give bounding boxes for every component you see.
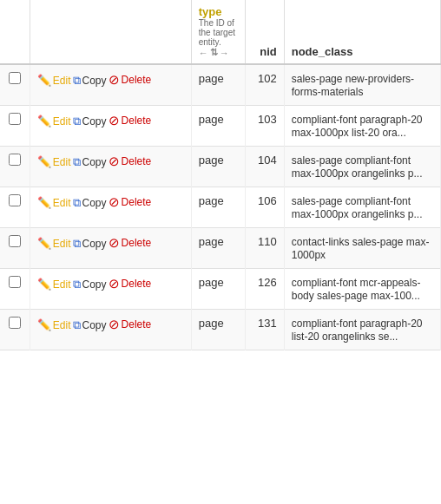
row-checkbox[interactable] [9, 194, 21, 206]
edit-button[interactable]: ✏️ Edit [37, 115, 71, 128]
copy-button[interactable]: ⧉ Copy [73, 278, 107, 291]
table-row: ✏️ Edit⧉ Copy⊘ Deletepage104sales-page c… [0, 147, 441, 187]
nid-value: 110 [258, 235, 277, 248]
edit-icon: ✏️ [37, 115, 51, 128]
delete-icon: ⊘ [109, 317, 120, 332]
cell-type: page [191, 147, 245, 187]
node-class-value: compliant-font mcr-appeals-body sales-pa… [292, 277, 421, 302]
type-value: page [199, 72, 224, 85]
copy-button[interactable]: ⧉ Copy [73, 196, 107, 210]
copy-icon: ⧉ [73, 155, 81, 169]
nid-value: 102 [258, 72, 277, 85]
table-row: ✏️ Edit⧉ Copy⊘ Deletepage126compliant-fo… [0, 269, 441, 310]
col-header-checkbox [0, 0, 30, 64]
table-row: ✏️ Edit⧉ Copy⊘ Deletepage102sales-page n… [0, 64, 441, 106]
sort-icon[interactable]: ⇅ [210, 47, 218, 58]
cell-node-class: compliant-font paragraph-20 max-1000px l… [284, 106, 440, 147]
node-class-value: compliant-font paragraph-20 list-20 oran… [292, 317, 423, 343]
node-class-value: contact-links sales-page max-1000px [292, 236, 430, 261]
copy-button[interactable]: ⧉ Copy [73, 237, 107, 251]
delete-icon: ⊘ [109, 194, 120, 210]
edit-button[interactable]: ✏️ Edit [37, 278, 71, 291]
delete-button[interactable]: ⊘ Delete [109, 276, 152, 291]
col-header-node-class: node_class [284, 0, 440, 64]
row-checkbox[interactable] [9, 154, 21, 166]
cell-nid: 106 [245, 187, 284, 228]
col-header-nid: nid [245, 0, 284, 64]
table-row: ✏️ Edit⧉ Copy⊘ Deletepage131compliant-fo… [0, 310, 441, 350]
nid-value: 131 [258, 317, 277, 330]
data-table: type The ID of the target entity. ← ⇅ → … [0, 0, 441, 350]
type-value: page [199, 276, 224, 289]
delete-icon: ⊘ [109, 235, 120, 251]
cell-type: page [191, 228, 245, 269]
edit-icon: ✏️ [37, 278, 51, 291]
cell-nid: 131 [245, 310, 284, 350]
cell-type: page [191, 106, 245, 147]
cell-node-class: sales-page compliant-font max-1000px ora… [284, 187, 440, 228]
node-class-value: sales-page new-providers-forms-materials [292, 73, 414, 98]
sort-right-arrow[interactable]: → [220, 48, 229, 58]
type-value: page [199, 235, 224, 248]
type-value: page [199, 113, 224, 126]
edit-button[interactable]: ✏️ Edit [37, 318, 71, 331]
edit-button[interactable]: ✏️ Edit [37, 237, 71, 250]
nid-value: 103 [258, 113, 277, 126]
edit-icon: ✏️ [37, 155, 51, 168]
edit-button[interactable]: ✏️ Edit [37, 196, 71, 209]
cell-nid: 104 [245, 147, 284, 187]
nid-value: 106 [258, 194, 277, 207]
copy-button[interactable]: ⧉ Copy [73, 74, 107, 88]
col-header-actions [30, 0, 191, 64]
delete-button[interactable]: ⊘ Delete [109, 154, 152, 169]
row-checkbox[interactable] [9, 113, 21, 125]
cell-type: page [191, 310, 245, 350]
copy-icon: ⧉ [73, 237, 81, 251]
cell-node-class: sales-page compliant-font max-1000px ora… [284, 147, 440, 187]
copy-icon: ⧉ [73, 278, 81, 291]
edit-icon: ✏️ [37, 196, 51, 209]
delete-icon: ⊘ [109, 113, 120, 128]
sort-left-arrow[interactable]: ← [199, 48, 208, 58]
cell-type: page [191, 187, 245, 228]
cell-node-class: sales-page new-providers-forms-materials [284, 64, 440, 106]
nid-value: 126 [258, 276, 277, 289]
row-checkbox[interactable] [9, 317, 21, 329]
type-value: page [199, 194, 224, 207]
row-checkbox[interactable] [9, 72, 21, 84]
delete-icon: ⊘ [109, 276, 120, 291]
delete-button[interactable]: ⊘ Delete [109, 72, 152, 88]
delete-button[interactable]: ⊘ Delete [109, 317, 152, 332]
nid-value: 104 [258, 154, 277, 167]
cell-node-class: compliant-font paragraph-20 list-20 oran… [284, 310, 440, 350]
col-header-type: type The ID of the target entity. ← ⇅ → [191, 0, 245, 64]
cell-nid: 102 [245, 64, 284, 106]
cell-nid: 110 [245, 228, 284, 269]
delete-button[interactable]: ⊘ Delete [109, 235, 152, 251]
type-value: page [199, 154, 224, 167]
row-checkbox[interactable] [9, 276, 21, 288]
edit-button[interactable]: ✏️ Edit [37, 155, 71, 168]
type-value: page [199, 317, 224, 330]
delete-button[interactable]: ⊘ Delete [109, 194, 152, 210]
copy-icon: ⧉ [73, 115, 81, 128]
cell-node-class: contact-links sales-page max-1000px [284, 228, 440, 269]
copy-icon: ⧉ [73, 196, 81, 210]
row-checkbox[interactable] [9, 235, 21, 247]
edit-button[interactable]: ✏️ Edit [37, 74, 71, 87]
edit-icon: ✏️ [37, 74, 51, 87]
cell-nid: 126 [245, 269, 284, 310]
node-class-value: sales-page compliant-font max-1000px ora… [292, 154, 423, 180]
copy-icon: ⧉ [73, 318, 81, 332]
edit-icon: ✏️ [37, 318, 51, 331]
copy-button[interactable]: ⧉ Copy [73, 155, 107, 169]
table-row: ✏️ Edit⧉ Copy⊘ Deletepage106sales-page c… [0, 187, 441, 228]
copy-icon: ⧉ [73, 74, 81, 88]
delete-button[interactable]: ⊘ Delete [109, 113, 152, 128]
cell-nid: 103 [245, 106, 284, 147]
copy-button[interactable]: ⧉ Copy [73, 318, 107, 332]
copy-button[interactable]: ⧉ Copy [73, 115, 107, 128]
delete-icon: ⊘ [109, 72, 120, 88]
delete-icon: ⊘ [109, 154, 120, 169]
cell-type: page [191, 269, 245, 310]
